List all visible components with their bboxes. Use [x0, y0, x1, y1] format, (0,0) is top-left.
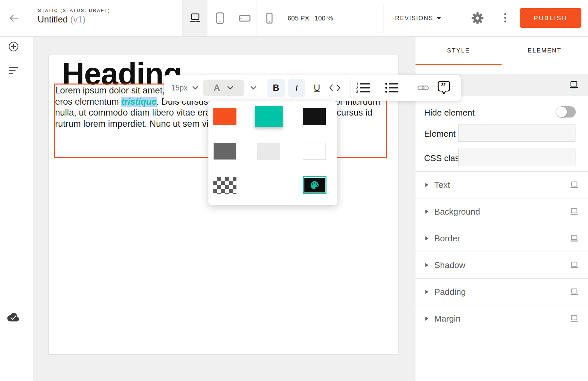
font-size-dropdown[interactable]: 15px [171, 75, 199, 101]
hide-element-toggle[interactable] [557, 106, 576, 118]
publish-button[interactable]: PUBLISH [520, 8, 581, 28]
element-id-input[interactable] [458, 124, 575, 142]
document-title-text: Untitled [38, 15, 68, 24]
laptop-breakpoint-icon[interactable] [570, 288, 579, 296]
color-swatch-teal[interactable] [255, 106, 283, 127]
zoom-level-value: 100 % [315, 15, 333, 22]
color-swatch-white[interactable] [303, 143, 326, 160]
laptop-breakpoint-icon[interactable] [570, 181, 579, 189]
back-arrow-icon [8, 12, 20, 24]
italic-button[interactable]: I [288, 79, 305, 97]
font-size-value: 15px [171, 84, 188, 92]
document-status: STATIC (STATUS: DRAFT) [38, 8, 110, 13]
viewport-size-readout: 605 PX 100 % [288, 0, 333, 36]
plus-circle-icon [8, 41, 19, 52]
color-swatch-transparent[interactable] [213, 177, 236, 194]
laptop-breakpoint-icon[interactable] [570, 261, 579, 269]
device-preview-laptop[interactable] [182, 0, 207, 36]
kebab-dot [504, 20, 506, 22]
section-border[interactable]: Border [416, 225, 588, 252]
settings-button[interactable] [471, 12, 484, 25]
link-icon [417, 84, 429, 92]
text-color-popover [208, 101, 337, 205]
link-button[interactable] [417, 75, 429, 101]
chevron-down-icon [192, 86, 199, 90]
topbar-divider [462, 4, 462, 33]
gear-icon [471, 12, 484, 25]
section-label: Border [434, 233, 570, 244]
saved-status-indicator [7, 312, 20, 323]
unordered-list-icon [385, 81, 399, 94]
tab-style[interactable]: STYLE [416, 36, 502, 65]
device-preview-mobile-landscape[interactable] [232, 0, 257, 36]
panel-separator [416, 332, 588, 332]
bold-label: B [273, 83, 279, 93]
svg-text:”: ” [441, 80, 446, 91]
caret-down-icon [437, 17, 441, 19]
unordered-list-button[interactable] [385, 75, 399, 101]
css-class-input[interactable] [458, 149, 575, 166]
kebab-dot [504, 13, 506, 15]
active-tab-indicator [416, 64, 502, 65]
section-label: Margin [434, 314, 570, 324]
tab-element[interactable]: ELEMENT [502, 36, 588, 65]
outline-tree-button[interactable] [9, 66, 18, 75]
text-format-toolbar: 15px A B I U 1 2 3 [164, 75, 461, 101]
revisions-label: REVISIONS [395, 15, 433, 22]
quote-button[interactable]: ” [437, 75, 451, 101]
toolbar-divider [263, 78, 263, 97]
section-padding[interactable]: Padding [416, 279, 588, 305]
document-version: (v1) [70, 15, 86, 24]
section-label: Background [434, 207, 570, 217]
italic-label: I [295, 83, 298, 93]
color-swatch-light-gray[interactable] [257, 143, 280, 160]
laptop-breakpoint-icon[interactable] [570, 234, 579, 242]
laptop-breakpoint-icon[interactable] [570, 208, 579, 216]
code-button[interactable] [329, 75, 341, 101]
laptop-breakpoint-icon[interactable] [570, 315, 579, 323]
chevron-right-icon [425, 236, 428, 240]
document-title: Untitled (v1) [38, 15, 86, 25]
svg-text:2: 2 [356, 86, 358, 90]
section-background[interactable]: Background [416, 198, 588, 225]
revisions-dropdown[interactable]: REVISIONS [395, 0, 441, 36]
chevron-down-icon [250, 86, 257, 90]
viewport-width-value: 605 PX [288, 15, 309, 22]
more-format-dropdown[interactable] [250, 75, 257, 101]
add-element-button[interactable] [8, 41, 19, 52]
color-swatch-dark-gray[interactable] [213, 143, 236, 160]
svg-text:1: 1 [356, 82, 358, 86]
svg-text:3: 3 [356, 90, 358, 94]
laptop-icon [189, 13, 201, 24]
bold-button[interactable]: B [267, 79, 285, 97]
more-options-button[interactable] [503, 13, 507, 22]
section-shadow[interactable]: Shadow [416, 252, 588, 278]
color-swatch-black[interactable] [303, 108, 326, 125]
chevron-right-icon [425, 317, 428, 321]
section-margin[interactable]: Margin [416, 305, 588, 332]
section-label: Padding [434, 287, 570, 297]
code-icon [329, 84, 341, 92]
chevron-right-icon [425, 183, 428, 187]
text-color-dropdown[interactable]: A [203, 80, 244, 96]
color-swatch-orange[interactable] [213, 108, 236, 125]
chevron-right-icon [425, 263, 428, 267]
tablet-icon [214, 12, 226, 24]
kebab-dot [504, 17, 506, 19]
color-swatch-custom-selected[interactable] [303, 176, 326, 194]
chevron-right-icon [425, 290, 428, 294]
left-sidebar [0, 36, 33, 381]
underline-button[interactable]: U [308, 79, 325, 97]
ordered-list-button[interactable]: 1 2 3 [356, 75, 371, 101]
toggle-knob [556, 107, 567, 117]
ordered-list-icon: 1 2 3 [356, 81, 371, 94]
cloud-check-icon [7, 312, 20, 323]
laptop-breakpoint-icon[interactable] [569, 81, 579, 89]
device-preview-tablet[interactable] [207, 0, 232, 36]
device-preview-mobile-portrait[interactable] [257, 0, 282, 36]
top-bar: STATIC (STATUS: DRAFT) Untitled (v1) 605… [0, 0, 588, 37]
toolbar-divider [351, 78, 351, 97]
css-class-label: CSS class [424, 153, 464, 163]
back-button[interactable] [8, 12, 20, 24]
section-text[interactable]: Text [416, 172, 588, 198]
